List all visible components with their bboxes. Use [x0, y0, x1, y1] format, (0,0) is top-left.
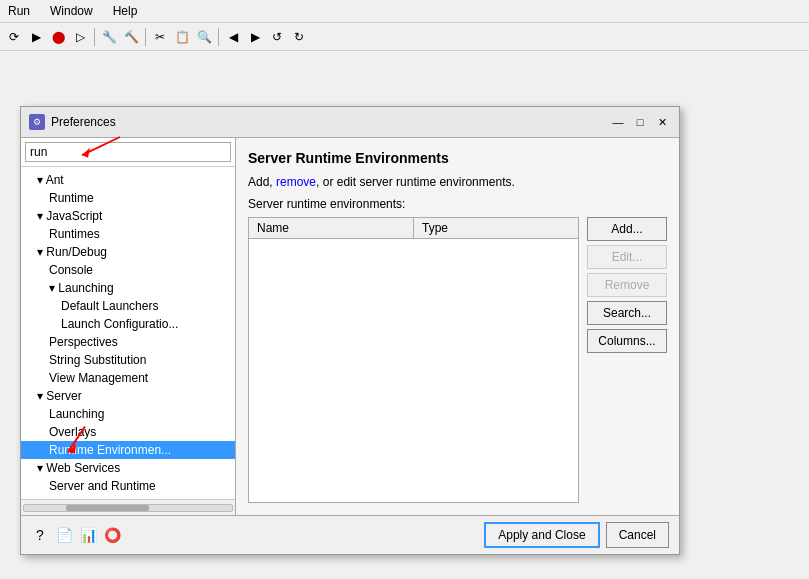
dialog-icon: ⚙	[29, 114, 45, 130]
dialog-body: ▾ Ant Runtime ▾ JavaScript Runtimes ▾ Ru…	[21, 138, 679, 515]
tree-item-string-substitution[interactable]: String Substitution	[21, 351, 235, 369]
env-table: Name Type	[248, 217, 579, 503]
env-table-header: Name Type	[249, 218, 578, 239]
toolbar-sep-2	[145, 28, 146, 46]
tree-item-view-management[interactable]: View Management	[21, 369, 235, 387]
toolbar-sep-1	[94, 28, 95, 46]
toolbar-redo-btn[interactable]: ↻	[289, 27, 309, 47]
dialog-controls: — □ ✕	[609, 113, 671, 131]
col-name: Name	[249, 218, 414, 238]
content-title: Server Runtime Environments	[248, 150, 667, 166]
toolbar-search-btn[interactable]: 🔍	[194, 27, 214, 47]
tree-scrollbar[interactable]	[21, 499, 235, 515]
tree-item-launching[interactable]: ▾ Launching	[21, 279, 235, 297]
toolbar: ⟳ ▶ ⬤ ▷ 🔧 🔨 ✂ 📋 🔍 ◀ ▶ ↺ ↻	[0, 23, 809, 51]
search-button[interactable]: Search...	[587, 301, 667, 325]
add-button[interactable]: Add...	[587, 217, 667, 241]
tree-item-ant[interactable]: ▾ Ant	[21, 171, 235, 189]
tree-item-ant-runtime[interactable]: Runtime	[21, 189, 235, 207]
tree-panel: ▾ Ant Runtime ▾ JavaScript Runtimes ▾ Ru…	[21, 138, 236, 515]
menu-run[interactable]: Run	[4, 2, 34, 20]
tree-item-launch-config[interactable]: Launch Configuratio...	[21, 315, 235, 333]
desc-end: environments.	[436, 175, 515, 189]
tree-item-runtime-environments[interactable]: Runtime Environmen...	[21, 441, 235, 459]
tree-search-area	[21, 138, 235, 167]
apply-close-button[interactable]: Apply and Close	[484, 522, 599, 548]
columns-button[interactable]: Columns...	[587, 329, 667, 353]
preferences-dialog: ⚙ Preferences — □ ✕ ▾ Ant Runtime ▾ Java	[20, 106, 680, 555]
remove-button[interactable]: Remove	[587, 273, 667, 297]
close-button[interactable]: ✕	[653, 113, 671, 131]
dialog-bottom-bar: ? 📄 📊 ⭕ Apply and Close Cancel	[21, 515, 679, 554]
tree-content: ▾ Ant Runtime ▾ JavaScript Runtimes ▾ Ru…	[21, 167, 235, 499]
toolbar-run-btn[interactable]: ⟳	[4, 27, 24, 47]
bottom-right-buttons: Apply and Close Cancel	[484, 522, 669, 548]
workspace: ⚙ Preferences — □ ✕ ▾ Ant Runtime ▾ Java	[0, 51, 809, 575]
tree-item-javascript[interactable]: ▾ JavaScript	[21, 207, 235, 225]
cancel-button[interactable]: Cancel	[606, 522, 669, 548]
tree-item-console[interactable]: Console	[21, 261, 235, 279]
tree-item-rundebug[interactable]: ▾ Run/Debug	[21, 243, 235, 261]
preferences-icon: ⚙	[33, 117, 41, 127]
toolbar-profile-btn[interactable]: ▷	[70, 27, 90, 47]
tree-item-default-launchers[interactable]: Default Launchers	[21, 297, 235, 315]
desc-plain: Add,	[248, 175, 276, 189]
env-table-area: Name Type Add... Edit... Remove Search..…	[248, 217, 667, 503]
toolbar-copy-btn[interactable]: 📋	[172, 27, 192, 47]
dialog-title-text: Preferences	[51, 115, 116, 129]
dialog-titlebar: ⚙ Preferences — □ ✕	[21, 107, 679, 138]
minimize-button[interactable]: —	[609, 113, 627, 131]
desc-after: , or edit server runtime	[316, 175, 436, 189]
dialog-title-area: ⚙ Preferences	[29, 114, 116, 130]
toolbar-forward-btn[interactable]: ▶	[245, 27, 265, 47]
desc-link[interactable]: remove	[276, 175, 316, 189]
tree-item-perspectives[interactable]: Perspectives	[21, 333, 235, 351]
import-icon[interactable]: 📊	[79, 526, 97, 544]
tree-item-javascript-runtimes[interactable]: Runtimes	[21, 225, 235, 243]
tree-search-input[interactable]	[25, 142, 231, 162]
tree-item-overlays[interactable]: Overlays	[21, 423, 235, 441]
col-type: Type	[414, 218, 578, 238]
toolbar-build-btn[interactable]: 🔨	[121, 27, 141, 47]
toolbar-tools-btn[interactable]: 🔧	[99, 27, 119, 47]
maximize-button[interactable]: □	[631, 113, 649, 131]
scrollbar-thumb	[66, 505, 149, 511]
tree-item-server-launching[interactable]: Launching	[21, 405, 235, 423]
toolbar-sep-3	[218, 28, 219, 46]
toolbar-debug-btn[interactable]: ▶	[26, 27, 46, 47]
edit-button[interactable]: Edit...	[587, 245, 667, 269]
menu-window[interactable]: Window	[46, 2, 97, 20]
table-action-buttons: Add... Edit... Remove Search... Columns.…	[587, 217, 667, 503]
toolbar-stop-btn[interactable]: ⬤	[48, 27, 68, 47]
toolbar-undo-btn[interactable]: ↺	[267, 27, 287, 47]
help-icon[interactable]: ?	[31, 526, 49, 544]
toolbar-back-btn[interactable]: ◀	[223, 27, 243, 47]
content-panel: Server Runtime Environments Add, remove,…	[236, 138, 679, 515]
tree-item-server[interactable]: ▾ Server	[21, 387, 235, 405]
toolbar-cut-btn[interactable]: ✂	[150, 27, 170, 47]
menubar: Run Window Help	[0, 0, 809, 23]
tree-item-webservices[interactable]: ▾ Web Services	[21, 459, 235, 477]
tree-item-server-and-runtime[interactable]: Server and Runtime	[21, 477, 235, 495]
menu-help[interactable]: Help	[109, 2, 142, 20]
scrollbar-track[interactable]	[23, 504, 233, 512]
content-description: Add, remove, or edit server runtime envi…	[248, 174, 667, 191]
bottom-left-icons: ? 📄 📊 ⭕	[31, 526, 121, 544]
content-sublabel: Server runtime environments:	[248, 197, 667, 211]
restore-icon[interactable]: ⭕	[103, 526, 121, 544]
export-icon[interactable]: 📄	[55, 526, 73, 544]
env-table-body[interactable]	[249, 239, 578, 439]
